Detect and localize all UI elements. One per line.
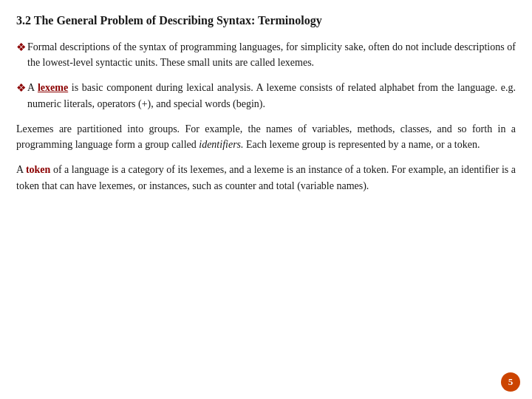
bullet-2-icon: ❖	[16, 80, 26, 97]
page-number-badge: 5	[501, 372, 520, 392]
paragraph-4-rest: of a language is a category of its lexem…	[16, 164, 516, 191]
paragraph-4: A token of a language is a category of i…	[16, 162, 516, 194]
paragraph-3: Lexemes are partitioned into groups. For…	[16, 121, 516, 153]
token-highlight: token	[26, 164, 50, 175]
slide-container: 3.2 The General Problem of Describing Sy…	[0, 0, 532, 399]
paragraph-2-text: A lexeme is basic component during lexic…	[27, 80, 516, 112]
identifiers-italic: identifiers.	[199, 139, 243, 150]
paragraph-1: ❖ Formal descriptions of the syntax of p…	[16, 39, 516, 71]
paragraph-2-prefix: A	[27, 82, 38, 93]
paragraph-1-text: Formal descriptions of the syntax of pro…	[27, 39, 516, 71]
paragraph-2-rest: is basic component during lexical analys…	[27, 82, 516, 109]
lexeme-highlight: lexeme	[38, 82, 68, 93]
slide-title: 3.2 The General Problem of Describing Sy…	[16, 13, 516, 29]
paragraph-2: ❖ A lexeme is basic component during lex…	[16, 80, 516, 112]
paragraph-4-prefix: A	[16, 164, 26, 175]
slide-content: ❖ Formal descriptions of the syntax of p…	[16, 39, 516, 194]
bullet-1-icon: ❖	[16, 39, 26, 56]
